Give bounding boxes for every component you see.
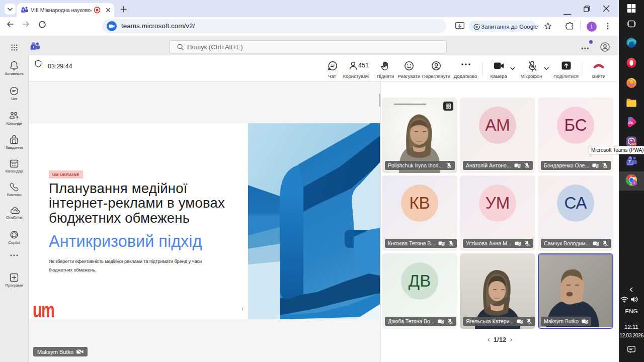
svg-text:?: ? [518,243,520,246]
svg-text:?: ? [442,243,444,246]
svg-text:?: ? [521,321,522,324]
svg-text:I: I [634,181,635,185]
svg-text:?: ? [442,321,443,324]
svg-text:?: ? [586,321,587,324]
svg-text:343: 343 [631,143,637,146]
svg-text:?: ? [596,165,598,168]
svg-text:?: ? [597,243,598,246]
svg-text:ds: ds [628,120,633,125]
svg-text:?: ? [518,165,520,168]
svg-text:T: T [628,159,631,164]
svg-text:T: T [32,45,35,49]
